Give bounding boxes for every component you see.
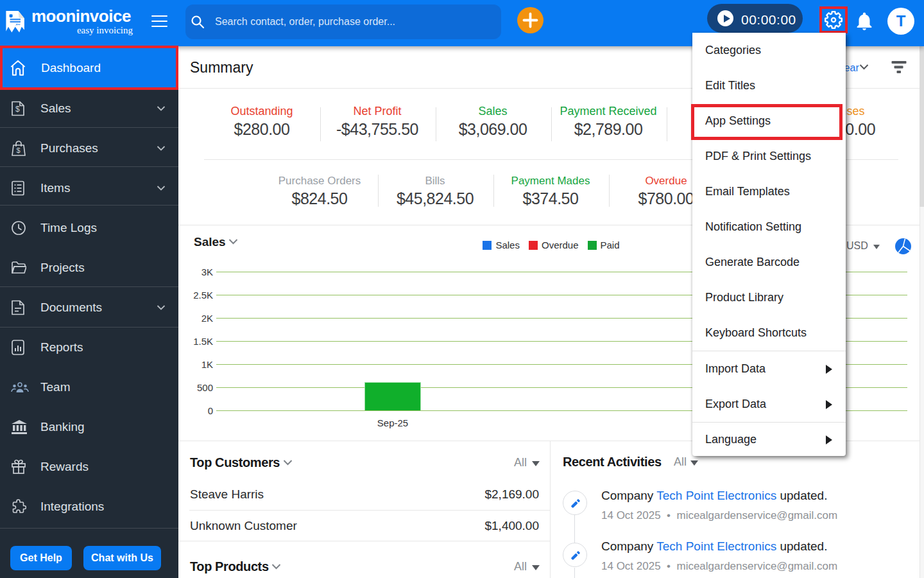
svg-text:$: $ (17, 146, 21, 154)
svg-text:$: $ (15, 105, 20, 114)
